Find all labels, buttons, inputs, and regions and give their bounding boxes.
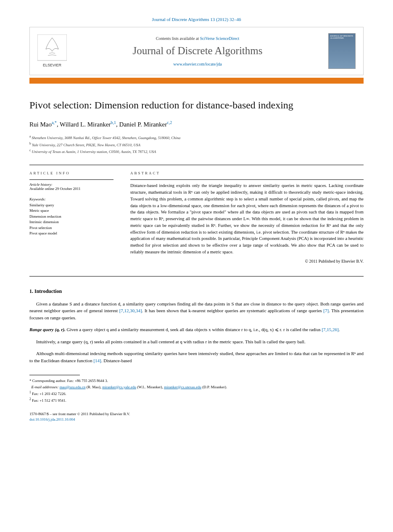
article-title: Pivot selection: Dimension reduction for… [29, 99, 364, 112]
footnote-separator [29, 375, 80, 375]
keyword-2: Metric space [29, 208, 113, 214]
journal-citation-header: Journal of Discrete Algorithms 13 (2012)… [29, 17, 364, 22]
range-query-definition: Range query (q, r). Given a query object… [29, 326, 364, 333]
accent-bar [29, 78, 364, 84]
keywords-block: Keywords: Similarity query Metric space … [29, 197, 113, 237]
info-divider [29, 179, 113, 180]
contents-prefix: Contents lists available at [156, 36, 200, 41]
intro-paragraph-1: Given a database S and a distance functi… [29, 300, 364, 321]
keyword-4: Intrinsic dimension [29, 219, 113, 225]
article-history: Article history: Available online 29 Oct… [29, 182, 113, 191]
intro-paragraph-3: Although multi-dimensional indexing meth… [29, 350, 364, 364]
ref-link[interactable]: [7,12,30,34] [119, 308, 142, 313]
email-link[interactable]: miranker@cs.yale.edu [102, 385, 136, 389]
journal-cover-thumbnail: JOURNAL OF DISCRETE ALGORITHMS [328, 33, 356, 69]
ref-link[interactable]: [7,15,26] [322, 327, 338, 332]
footnote-2: 2 Fax: +1 512 471 9541. [29, 397, 364, 403]
journal-homepage-link[interactable]: www.elsevier.com/locate/jda [67, 62, 328, 66]
author-2-name: Willard L. Miranker [60, 121, 111, 128]
footnote-1: 1 Fax: +1 203 432 7226. [29, 390, 364, 397]
ref-link[interactable]: [14] [93, 358, 101, 363]
footnote-corresponding: * Corresponding author. Fax: +86 755 265… [29, 378, 364, 384]
affiliation-b: b Yale University, 227 Church Street, PH… [29, 141, 364, 148]
article-info-label: article info [29, 171, 113, 175]
abstract-divider [130, 179, 364, 180]
keywords-label: Keywords: [29, 197, 113, 203]
author-1-marks: a,* [52, 120, 57, 125]
abstract-column: abstract Distance-based indexing exploit… [130, 171, 364, 263]
divider [29, 276, 364, 277]
email-link[interactable]: miranker@cs.utexas.edu [164, 385, 201, 389]
info-abstract-row: article info Article history: Available … [29, 171, 364, 263]
footnotes: * Corresponding author. Fax: +86 755 265… [29, 378, 364, 404]
banner-center: Contents lists available at SciVerse Sci… [67, 36, 328, 66]
elsevier-logo: ELSEVIER [37, 34, 67, 68]
author-1-name: Rui Mao [29, 121, 52, 128]
keyword-6: Pivot space model [29, 231, 113, 237]
doi-link[interactable]: doi:10.1016/j.jda.2011.10.004 [29, 417, 75, 421]
footnote-emails: E-mail addresses: mao@szu.edu.cn (R. Mao… [29, 384, 364, 390]
affiliation-a: a Shenzhen University, 3688 Nanhai Rd., … [29, 134, 364, 141]
author-3-name: Daniel P. Miranker [119, 121, 167, 128]
journal-name: Journal of Discrete Algorithms [67, 45, 328, 57]
affiliations: a Shenzhen University, 3688 Nanhai Rd., … [29, 134, 364, 155]
journal-banner: ELSEVIER Contents lists available at Sci… [29, 27, 364, 75]
keyword-3: Dimension reduction [29, 214, 113, 220]
abstract-label: abstract [130, 171, 364, 175]
email-link[interactable]: mao@szu.edu.cn [60, 385, 86, 389]
issn-line: 1570-8667/$ – see front matter © 2011 Pu… [29, 411, 364, 417]
history-label: Article history: [29, 182, 113, 187]
abstract-text: Distance-based indexing exploits only th… [130, 182, 364, 255]
ref-link[interactable]: [7] [323, 308, 329, 313]
history-value: Available online 29 October 2011 [29, 187, 113, 191]
author-3-marks: c,2 [167, 120, 172, 125]
svg-rect-0 [37, 34, 67, 61]
abstract-copyright: © 2011 Published by Elsevier B.V. [130, 259, 364, 263]
keyword-5: Pivot selection [29, 225, 113, 231]
svg-text:ELSEVIER: ELSEVIER [43, 63, 62, 67]
author-list: Rui Maoa,*, Willard L. Mirankerb,1, Dani… [29, 120, 364, 128]
divider [29, 165, 364, 165]
article-info-column: article info Article history: Available … [29, 171, 113, 263]
intro-paragraph-2: Intuitively, a range query (q, r) seeks … [29, 338, 364, 345]
range-query-label: Range query (q, r). [29, 327, 66, 332]
keyword-1: Similarity query [29, 203, 113, 208]
affiliation-c: c University of Texas at Austin, 1 Unive… [29, 148, 364, 155]
author-2-marks: b,1 [111, 120, 116, 125]
publication-footer: 1570-8667/$ – see front matter © 2011 Pu… [29, 411, 364, 423]
section-1-heading: 1. Introduction [29, 288, 364, 295]
sciencedirect-link[interactable]: SciVerse ScienceDirect [200, 36, 240, 41]
contents-available-line: Contents lists available at SciVerse Sci… [67, 36, 328, 41]
